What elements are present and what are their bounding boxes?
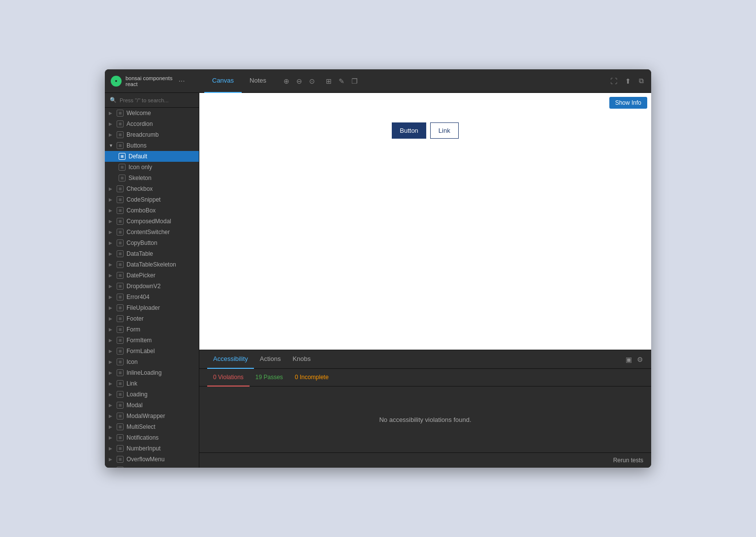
preview-button-btn[interactable]: Button xyxy=(392,122,426,139)
app-title-line1: bonsai components xyxy=(126,75,172,81)
chevron-right-icon: ▶ xyxy=(109,403,114,408)
item-icon: ▦ xyxy=(117,315,124,322)
sidebar-item-default[interactable]: ▦ Default xyxy=(105,151,199,162)
search-input[interactable] xyxy=(120,97,194,103)
sidebar-item-fileuploader[interactable]: ▶ ▦ FileUploader xyxy=(105,302,199,313)
item-icon: ▦ xyxy=(117,380,124,387)
sidebar-item-pagination[interactable]: ▶ ▦ Pagination xyxy=(105,465,199,468)
sidebar-item-accordion[interactable]: ▶ ▦ Accordion xyxy=(105,119,199,129)
item-icon: ▦ xyxy=(117,185,124,192)
export-icon[interactable]: ⬆ xyxy=(624,76,632,87)
panel-resize-icon[interactable]: ▣ xyxy=(626,356,632,363)
item-icon: ▦ xyxy=(117,402,124,409)
sidebar-item-error404[interactable]: ▶ ▦ Error404 xyxy=(105,292,199,302)
sidebar-item-link[interactable]: ▶ ▦ Link xyxy=(105,378,199,389)
panel-settings-icon[interactable]: ⚙ xyxy=(637,356,643,363)
sidebar-item-modalwrapper[interactable]: ▶ ▦ ModalWrapper xyxy=(105,411,199,421)
chevron-right-icon: ▶ xyxy=(109,435,114,440)
item-icon: ▦ xyxy=(117,229,124,236)
sidebar-item-dropdownv2[interactable]: ▶ ▦ DropdownV2 xyxy=(105,281,199,292)
sidebar-item-codesnippet[interactable]: ▶ ▦ CodeSnippet xyxy=(105,194,199,205)
chevron-right-icon: ▶ xyxy=(109,219,114,224)
item-icon: ▦ xyxy=(117,283,124,290)
sidebar-item-label: DataTable xyxy=(126,250,153,257)
sidebar-item-label: CodeSnippet xyxy=(126,196,160,203)
sidebar-item-datepicker[interactable]: ▶ ▦ DatePicker xyxy=(105,270,199,281)
sidebar-item-composedmodal[interactable]: ▶ ▦ ComposedModal xyxy=(105,216,199,227)
show-info-button[interactable]: Show Info xyxy=(609,97,647,109)
chevron-right-icon: ▶ xyxy=(109,305,114,310)
sidebar-item-form[interactable]: ▶ ▦ Form xyxy=(105,324,199,335)
header-right-icons: ⛶ ⬆ ⧉ xyxy=(609,75,645,87)
sidebar-item-datatableskeleton[interactable]: ▶ ▦ DataTableSkeleton xyxy=(105,259,199,270)
sidebar-item-label: ComboBox xyxy=(126,207,156,214)
sidebar-item-loading[interactable]: ▶ ▦ Loading xyxy=(105,389,199,400)
sidebar-item-label: Accordion xyxy=(126,120,153,127)
sidebar-item-label: DropdownV2 xyxy=(126,283,160,290)
chevron-right-icon: ▶ xyxy=(109,349,114,354)
ellipsis-button[interactable]: ··· xyxy=(176,76,187,87)
sidebar-item-label: ComposedModal xyxy=(126,218,171,225)
sidebar-item-icon-only[interactable]: ▦ Icon only xyxy=(105,162,199,173)
chevron-right-icon: ▶ xyxy=(109,381,114,386)
zoom-fit-icon[interactable]: ⊙ xyxy=(308,76,316,87)
expand-icon[interactable]: ⛶ xyxy=(609,76,619,87)
sidebar-item-contentswitcher[interactable]: ▶ ▦ ContentSwitcher xyxy=(105,227,199,238)
sidebar-item-welcome[interactable]: ▶ ▦ Welcome xyxy=(105,108,199,119)
tab-knobs[interactable]: Knobs xyxy=(286,350,316,369)
edit-icon[interactable]: ✎ xyxy=(337,76,346,87)
bottom-sub-tabs: 0 Violations 19 Passes 0 Incomplete xyxy=(199,369,651,387)
item-icon: ▦ xyxy=(117,196,124,203)
duplicate-icon[interactable]: ⧉ xyxy=(637,75,645,87)
chevron-right-icon: ▶ xyxy=(109,273,114,278)
sidebar-item-skeleton[interactable]: ▦ Skeleton xyxy=(105,173,199,183)
item-icon: ▦ xyxy=(117,272,124,279)
item-icon: ▦ xyxy=(117,391,124,398)
item-icon: ▦ xyxy=(117,261,124,268)
sidebar-item-datatable[interactable]: ▶ ▦ DataTable xyxy=(105,248,199,259)
grid-icon[interactable]: ⊞ xyxy=(324,76,333,87)
sidebar-item-copybutton[interactable]: ▶ ▦ CopyButton xyxy=(105,238,199,248)
copy-icon[interactable]: ❐ xyxy=(350,76,359,87)
sidebar-item-label: Footer xyxy=(126,315,144,322)
sidebar-item-breadcrumb[interactable]: ▶ ▦ Breadcrumb xyxy=(105,129,199,140)
sidebar-item-inlineloading[interactable]: ▶ ▦ InlineLoading xyxy=(105,367,199,378)
chevron-right-icon: ▶ xyxy=(109,359,114,364)
preview-link-btn[interactable]: Link xyxy=(430,122,459,139)
item-icon: ▦ xyxy=(117,434,124,441)
sidebar-item-combobox[interactable]: ▶ ▦ ComboBox xyxy=(105,205,199,216)
item-icon: ▦ xyxy=(117,348,124,355)
sidebar-item-label: Loading xyxy=(126,391,148,398)
zoom-out-icon[interactable]: ⊖ xyxy=(295,76,304,87)
sidebar-item-modal[interactable]: ▶ ▦ Modal xyxy=(105,400,199,411)
sidebar-item-formlabel[interactable]: ▶ ▦ FormLabel xyxy=(105,346,199,357)
sidebar-item-footer[interactable]: ▶ ▦ Footer xyxy=(105,313,199,324)
zoom-in-icon[interactable]: ⊕ xyxy=(282,76,291,87)
sidebar-item-formitem[interactable]: ▶ ▦ FormItem xyxy=(105,335,199,346)
bottom-tabs: Accessibility Actions Knobs ▣ ⚙ xyxy=(199,350,651,369)
sidebar-item-notifications[interactable]: ▶ ▦ Notifications xyxy=(105,432,199,443)
app-window: ● bonsai components react ··· Canvas Not… xyxy=(105,69,651,468)
item-icon: ▦ xyxy=(117,413,124,419)
sidebar-item-multiselect[interactable]: ▶ ▦ MultiSelect xyxy=(105,421,199,432)
sidebar-item-buttons[interactable]: ▼ ▦ Buttons xyxy=(105,140,199,151)
chevron-right-icon: ▶ xyxy=(109,338,114,343)
sub-tab-violations[interactable]: 0 Violations xyxy=(207,369,250,387)
sidebar-item-icon[interactable]: ▶ ▦ Icon xyxy=(105,357,199,367)
sub-tab-incomplete[interactable]: 0 Incomplete xyxy=(289,369,335,387)
tab-accessibility[interactable]: Accessibility xyxy=(207,350,254,369)
chevron-right-icon: ▶ xyxy=(109,370,114,375)
sidebar-item-numberinput[interactable]: ▶ ▦ NumberInput xyxy=(105,443,199,454)
tab-actions[interactable]: Actions xyxy=(254,350,287,369)
chevron-right-icon: ▶ xyxy=(109,262,114,267)
sidebar-item-checkbox[interactable]: ▶ ▦ Checkbox xyxy=(105,183,199,194)
rerun-tests-button[interactable]: Rerun tests xyxy=(613,457,643,464)
tab-canvas[interactable]: Canvas xyxy=(204,69,242,93)
sidebar-item-label: ContentSwitcher xyxy=(126,229,170,236)
sub-tab-passes[interactable]: 19 Passes xyxy=(250,369,289,387)
sidebar-item-label: InlineLoading xyxy=(126,369,161,376)
sidebar-item-overflowmenu[interactable]: ▶ ▦ OverflowMenu xyxy=(105,454,199,465)
tab-notes[interactable]: Notes xyxy=(242,69,274,93)
canvas-preview: Show Info Button Link xyxy=(199,93,651,350)
chevron-right-icon: ▶ xyxy=(109,392,114,397)
